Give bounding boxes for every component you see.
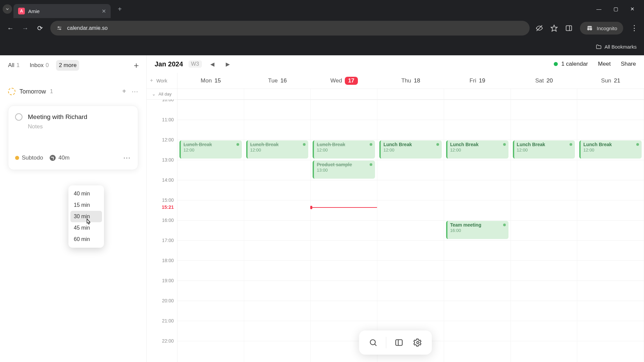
site-settings-icon[interactable] [56, 25, 62, 31]
calendar-event[interactable]: Lunch Break12:00 [379, 140, 442, 159]
calendar-grid[interactable]: 10:0011:0012:0013:0014:0015:0016:0017:00… [147, 100, 644, 362]
incognito-eye-icon[interactable] [536, 24, 543, 32]
subtodo-button[interactable]: Subtodo [15, 155, 43, 161]
calendar-event[interactable]: Lunch Break12:00 [313, 140, 375, 159]
new-tab-button[interactable]: + [114, 3, 125, 15]
allday-cell[interactable] [244, 89, 311, 99]
allday-cell[interactable] [311, 89, 377, 99]
bookmark-star-icon[interactable] [550, 24, 558, 32]
dock-layout-button[interactable] [391, 335, 407, 351]
reload-button[interactable]: ⟳ [36, 24, 44, 33]
browser-tab[interactable]: A Amie ✕ [13, 4, 111, 18]
day-name: Sun [601, 77, 611, 84]
day-header[interactable]: Thu18 [377, 73, 444, 88]
prev-week-button[interactable]: ◀ [207, 59, 217, 69]
event-color-dot [503, 143, 506, 146]
duration-option[interactable]: 60 min [70, 234, 102, 245]
day-header[interactable]: Tue16 [244, 73, 311, 88]
sidepanel-icon[interactable] [565, 24, 573, 32]
minimize-button[interactable]: ― [596, 6, 601, 12]
allday-cell[interactable] [577, 89, 644, 99]
list-header[interactable]: Tomorrow 1 + ⋯ [8, 87, 138, 96]
allday-collapse-icon[interactable]: ⌄ [152, 92, 156, 97]
allday-cell[interactable] [377, 89, 444, 99]
duration-option[interactable]: 30 min [70, 211, 102, 222]
day-column[interactable]: Lunch Break12:00Product sample13:00 [311, 100, 377, 362]
folder-icon [596, 44, 602, 50]
hour-label: 22:00 [162, 338, 174, 344]
day-column[interactable]: Lunch Break12:00 [511, 100, 578, 362]
event-time: 12:00 [583, 147, 594, 153]
day-column[interactable]: Lunch Break12:00 [377, 100, 444, 362]
allday-cell[interactable] [511, 89, 578, 99]
day-name: Sat [535, 77, 544, 84]
calendar-event[interactable]: Product sample13:00 [313, 161, 375, 179]
subtodo-label: Subtodo [22, 155, 43, 161]
duration-option[interactable]: 15 min [70, 199, 102, 211]
sidebar-tab-inbox[interactable]: Inbox 0 [27, 60, 51, 71]
sidebar-add-button[interactable]: + [132, 60, 141, 71]
tab-close-icon[interactable]: ✕ [102, 8, 106, 14]
week-label: W3 [189, 60, 202, 68]
day-column[interactable]: Lunch Break12:00Team meeting16:00 [444, 100, 511, 362]
event-title: Lunch Break [383, 142, 439, 147]
event-time: 12:00 [383, 147, 394, 153]
sidebar-tab-all-count: 1 [16, 62, 19, 69]
maximize-button[interactable]: ▢ [613, 6, 618, 12]
work-label: Work [156, 78, 167, 83]
event-time: 12:00 [517, 147, 528, 153]
todo-more-button[interactable]: ⋯ [123, 154, 131, 162]
todo-notes-field[interactable]: Notes [28, 123, 131, 130]
all-bookmarks-button[interactable]: All Bookmarks [596, 44, 637, 50]
sidebar-tab-more[interactable]: 2 more [56, 60, 79, 71]
calendar-event[interactable]: Lunch Break12:00 [579, 140, 642, 159]
add-allday-button[interactable]: + [150, 77, 153, 83]
todo-footer: Subtodo 40m ⋯ [15, 154, 131, 162]
calendar-event[interactable]: Team meeting16:00 [446, 221, 508, 239]
list-progress-icon [8, 88, 15, 95]
incognito-chip[interactable]: Incognito [580, 22, 623, 35]
tab-search-button[interactable] [3, 4, 12, 14]
tab-title: Amie [28, 8, 98, 14]
list-add-button[interactable]: + [122, 87, 126, 96]
hour-label: 18:00 [162, 258, 174, 263]
next-week-button[interactable]: ▶ [223, 59, 233, 69]
duration-option[interactable]: 45 min [70, 222, 102, 234]
dock-settings-button[interactable] [410, 335, 426, 351]
sidebar-tab-all[interactable]: All 1 [5, 60, 22, 71]
day-header[interactable]: Mon15 [177, 73, 244, 88]
allday-cell[interactable] [444, 89, 511, 99]
calendar-event[interactable]: Lunch Break12:00 [246, 140, 309, 159]
event-time: 12:00 [250, 147, 261, 153]
day-column[interactable]: Lunch Break12:00 [244, 100, 311, 362]
forward-button[interactable]: → [21, 24, 30, 33]
day-column[interactable]: Lunch Break12:00 [177, 100, 244, 362]
calendar-event[interactable]: Lunch Break12:00 [446, 140, 508, 159]
duration-button[interactable]: 40m [50, 155, 69, 161]
day-column[interactable]: Lunch Break12:00 [577, 100, 644, 362]
list-more-button[interactable]: ⋯ [131, 87, 138, 96]
todo-card[interactable]: Meeting with Richard Notes Subtodo 40m ⋯ [8, 106, 138, 170]
calendars-selector[interactable]: 1 calendar [554, 61, 588, 67]
close-window-button[interactable]: ✕ [630, 6, 635, 12]
todo-checkbox[interactable] [15, 113, 22, 121]
calendar-event[interactable]: Lunch Break12:00 [179, 140, 242, 159]
day-header[interactable]: Wed17 [311, 73, 377, 88]
address-bar[interactable]: calendar.amie.so [50, 21, 530, 36]
duration-label: 40m [58, 155, 69, 161]
meet-button[interactable]: Meet [598, 61, 611, 67]
days-gutter: + Work [147, 73, 177, 88]
allday-cell[interactable] [177, 89, 244, 99]
back-button[interactable]: ← [6, 24, 15, 33]
calendar-header: Jan 2024 W3 ◀ ▶ 1 calendar Meet Share [147, 55, 644, 73]
duration-option[interactable]: 40 min [70, 188, 102, 199]
day-header[interactable]: Fri19 [444, 73, 511, 88]
sidebar-tab-inbox-count: 0 [46, 62, 49, 69]
day-header[interactable]: Sat20 [511, 73, 578, 88]
day-header[interactable]: Sun21 [577, 73, 644, 88]
dock-search-button[interactable] [365, 335, 381, 351]
share-button[interactable]: Share [621, 61, 636, 67]
browser-menu-button[interactable]: ⋮ [631, 24, 638, 33]
all-bookmarks-label: All Bookmarks [604, 44, 637, 50]
calendar-event[interactable]: Lunch Break12:00 [513, 140, 575, 159]
